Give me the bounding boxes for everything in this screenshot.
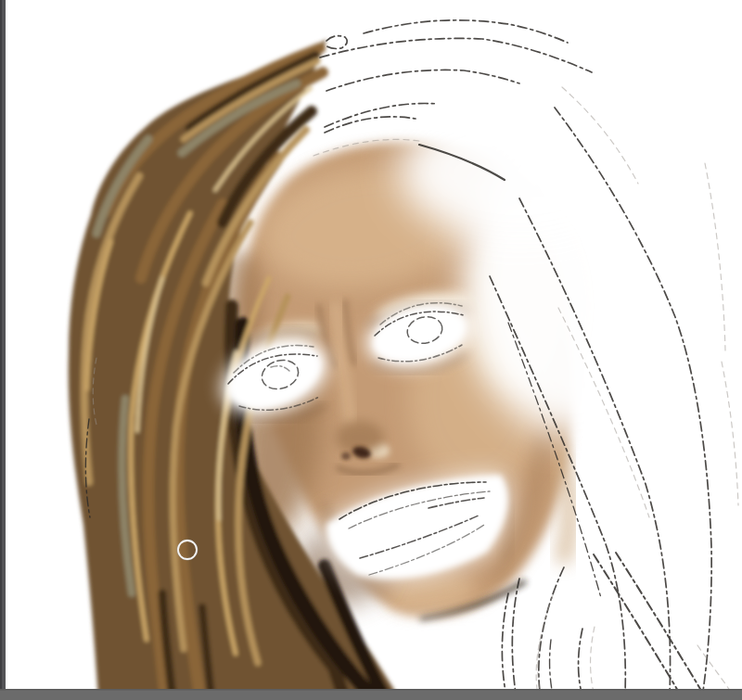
white-hair-patch-top [399, 102, 640, 241]
bottom-bar-edge [0, 689, 742, 691]
left-bar-edge [0, 0, 2, 700]
bottom-bar [0, 689, 742, 700]
pasteboard-bottom-edge [0, 689, 742, 700]
nostril-shadow [341, 452, 351, 460]
painting-app-viewport [0, 0, 742, 700]
painting-canvas[interactable] [0, 0, 742, 700]
pasteboard-left-edge [0, 0, 6, 700]
